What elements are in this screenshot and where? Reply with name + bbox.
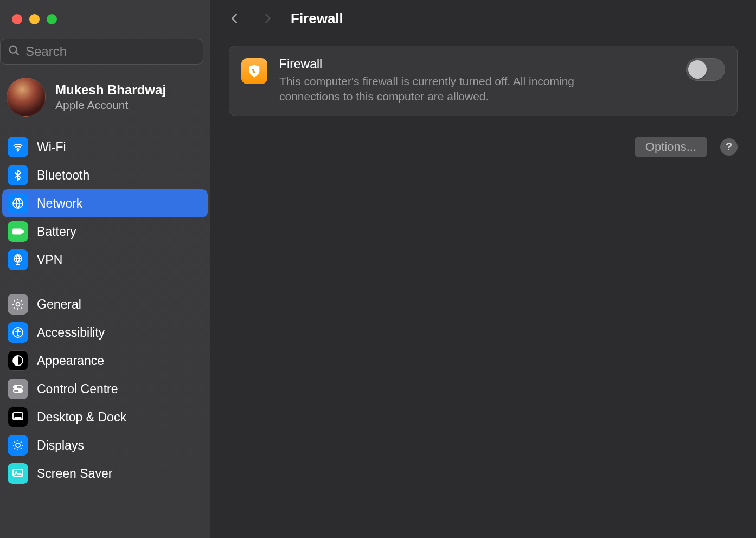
sidebar-item-desktop-dock[interactable]: Desktop & Dock <box>2 403 208 431</box>
sidebar-item-accessibility[interactable]: Accessibility <box>2 318 208 347</box>
sidebar-item-network[interactable]: Network <box>2 189 208 217</box>
sidebar-item-label: Bluetooth <box>37 168 89 183</box>
firewall-panel-description: This computer's firewall is currently tu… <box>279 74 626 105</box>
sidebar-item-control-centre[interactable]: Control Centre <box>2 375 208 403</box>
svg-rect-5 <box>22 230 23 233</box>
sidebar-item-label: Appearance <box>37 354 104 368</box>
firewall-panel: Firewall This computer's firewall is cur… <box>229 46 738 116</box>
svg-point-7 <box>16 303 20 306</box>
svg-point-2 <box>17 150 18 151</box>
wifi-icon <box>8 137 28 157</box>
network-icon <box>8 193 28 214</box>
titlebar: Firewall <box>210 0 756 37</box>
svg-point-17 <box>16 443 20 447</box>
sidebar-item-displays[interactable]: Displays <box>2 431 208 459</box>
account-row[interactable]: Mukesh Bhardwaj Apple Account <box>0 72 210 130</box>
search-input[interactable] <box>25 44 195 59</box>
options-button[interactable]: Options... <box>635 137 707 157</box>
svg-point-14 <box>19 390 21 392</box>
search-icon <box>8 44 20 59</box>
sidebar-item-wifi[interactable]: Wi-Fi <box>2 133 208 161</box>
svg-rect-4 <box>12 229 21 234</box>
firewall-toggle[interactable] <box>686 58 725 81</box>
control-centre-icon <box>8 379 28 399</box>
main-content: Firewall Firewall This computer's firewa… <box>210 0 756 538</box>
sidebar-item-label: Control Centre <box>37 382 118 396</box>
toggle-knob <box>688 60 707 79</box>
gear-icon <box>8 294 28 315</box>
firewall-icon <box>241 58 267 84</box>
sidebar-item-appearance[interactable]: Appearance <box>2 347 208 375</box>
sidebar-item-general[interactable]: General <box>2 290 208 318</box>
sidebar-item-label: General <box>37 297 81 312</box>
sidebar-item-label: Displays <box>37 438 84 453</box>
vpn-icon <box>8 249 28 270</box>
close-window-button[interactable] <box>12 14 22 24</box>
maximize-window-button[interactable] <box>47 14 57 24</box>
account-subtitle: Apple Account <box>55 99 166 112</box>
sidebar-item-battery[interactable]: Battery <box>2 217 208 246</box>
svg-line-1 <box>16 52 19 55</box>
accessibility-icon <box>8 322 28 343</box>
forward-button[interactable] <box>259 10 276 27</box>
firewall-panel-title: Firewall <box>279 57 674 72</box>
back-button[interactable] <box>227 10 243 27</box>
screen-saver-icon <box>8 463 28 484</box>
bluetooth-icon <box>8 165 28 185</box>
sidebar-item-label: Network <box>37 196 82 211</box>
sidebar-item-label: Screen Saver <box>37 466 112 481</box>
sidebar-item-label: Accessibility <box>37 325 105 340</box>
displays-icon <box>8 435 28 456</box>
page-title: Firewall <box>291 10 343 27</box>
avatar <box>7 78 46 117</box>
battery-icon <box>8 221 28 242</box>
appearance-icon <box>8 350 28 371</box>
sidebar-item-bluetooth[interactable]: Bluetooth <box>2 161 208 189</box>
window-controls <box>0 0 210 34</box>
sidebar-item-label: VPN <box>37 253 62 267</box>
account-name: Mukesh Bhardwaj <box>55 82 166 98</box>
sidebar-item-screen-saver[interactable]: Screen Saver <box>2 459 208 488</box>
sidebar-item-label: Battery <box>37 225 76 239</box>
sidebar: Mukesh Bhardwaj Apple Account Wi-Fi <box>0 0 210 538</box>
sidebar-item-label: Desktop & Dock <box>37 410 126 425</box>
minimize-window-button[interactable] <box>29 14 40 24</box>
sidebar-item-vpn[interactable]: VPN <box>2 246 208 274</box>
search-field[interactable] <box>0 39 203 65</box>
svg-point-12 <box>15 386 17 388</box>
svg-point-9 <box>17 329 19 331</box>
svg-point-0 <box>10 46 17 53</box>
svg-rect-16 <box>15 418 21 419</box>
help-button[interactable]: ? <box>720 138 738 156</box>
sidebar-item-label: Wi-Fi <box>37 140 66 155</box>
desktop-dock-icon <box>8 407 28 427</box>
